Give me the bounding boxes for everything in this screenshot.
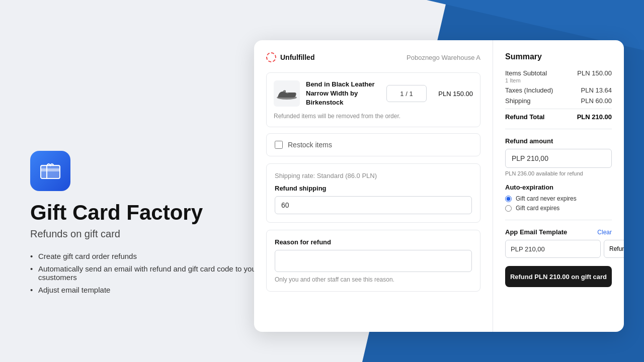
summary-total-row: Refund Total PLN 210.00	[505, 109, 612, 121]
card-left-section: Unfulfilled Poboznego Warehouse A Bend i…	[254, 40, 493, 332]
product-row: Bend in Black Leather Narrow Width by Bi…	[274, 80, 473, 108]
feature-item-3: Adjust email template	[30, 286, 262, 294]
summary-shipping-row: Shipping PLN 60.00	[505, 97, 612, 105]
email-template-row: Refund ▲▼	[505, 240, 612, 258]
items-subtotal-label: Items Subtotal	[505, 69, 547, 77]
clear-link[interactable]: Clear	[597, 229, 612, 236]
taxes-label: Taxes (Included)	[505, 86, 553, 94]
auto-expiration-label: Auto-expiration	[505, 184, 612, 191]
items-count: 1 Item	[505, 77, 547, 83]
template-dropdown[interactable]: Refund ▲▼	[604, 240, 624, 258]
never-expires-radio-row: Gift card never expires	[505, 195, 612, 202]
app-title: Gift Card Factory	[30, 201, 262, 224]
shipping-rate-label: Shipping rate: Standard (86.0 PLN)	[275, 172, 472, 179]
expires-radio[interactable]	[505, 205, 512, 212]
app-email-label: App Email Template	[505, 228, 567, 236]
summary-items-subtotal-row: Items Subtotal 1 Item PLN 150.00	[505, 69, 612, 83]
refund-amount-label: Refund amount	[505, 137, 612, 145]
items-subtotal-label-group: Items Subtotal 1 Item	[505, 69, 547, 83]
svg-rect-0	[41, 165, 60, 178]
summary-taxes-row: Taxes (Included) PLN 13.64	[505, 86, 612, 94]
never-expires-radio[interactable]	[505, 196, 512, 202]
gift-card-icon	[39, 159, 62, 183]
restock-section: Restock items	[266, 133, 480, 156]
restock-checkbox-row: Restock items	[275, 141, 472, 149]
product-details: Bend in Black Leather Narrow Width by Bi…	[306, 80, 380, 108]
shipping-summary-label: Shipping	[505, 97, 531, 105]
product-image	[274, 80, 300, 107]
app-subtitle: Refunds on gift card	[30, 228, 262, 240]
shipping-summary-value: PLN 60.00	[581, 97, 612, 105]
summary-title: Summary	[505, 52, 612, 61]
svg-rect-1	[41, 168, 60, 171]
restock-checkbox[interactable]	[275, 141, 283, 149]
available-for-refund-text: PLN 236.00 available for refund	[505, 170, 612, 176]
app-icon	[30, 151, 70, 191]
expires-label: Gift card expires	[516, 205, 559, 212]
app-email-header: App Email Template Clear	[505, 228, 612, 236]
fulfillment-badge: Unfulfilled	[266, 52, 314, 62]
feature-item-2: Automatically send an email with refund …	[30, 264, 262, 282]
product-price: PLN 150.00	[433, 90, 473, 98]
items-subtotal-value: PLN 150.00	[577, 69, 612, 77]
main-card: Unfulfilled Poboznego Warehouse A Bend i…	[254, 40, 624, 332]
unfulfilled-icon	[266, 52, 276, 62]
refund-amount-input[interactable]	[505, 149, 612, 168]
reason-note: Only you and other staff can see this re…	[275, 276, 472, 283]
product-name: Bend in Black Leather Narrow Width by Bi…	[306, 80, 380, 108]
reason-section: Reason for refund Only you and other sta…	[266, 230, 480, 292]
summary-divider	[505, 129, 612, 129]
feature-item-1: Create gift card order refunds	[30, 252, 262, 260]
fulfillment-status: Unfulfilled	[280, 53, 314, 61]
expires-radio-row: Gift card expires	[505, 205, 612, 212]
quantity-input[interactable]	[386, 85, 427, 102]
email-template-input[interactable]	[505, 240, 601, 258]
refund-button[interactable]: Refund PLN 210.00 on gift card	[505, 266, 612, 287]
left-panel: Gift Card Factory Refunds on gift card C…	[30, 151, 262, 294]
restock-label: Restock items	[288, 141, 332, 149]
refund-total-label: Refund Total	[505, 113, 544, 121]
warehouse-label: Poboznego Warehouse A	[407, 54, 480, 61]
template-dropdown-label: Refund	[609, 245, 624, 252]
never-expires-label: Gift card never expires	[516, 195, 577, 202]
reason-label: Reason for refund	[275, 238, 472, 246]
taxes-value: PLN 13.64	[581, 86, 612, 94]
shipping-section: Shipping rate: Standard (86.0 PLN) Refun…	[266, 163, 480, 223]
email-divider	[505, 220, 612, 220]
refunded-note: Refunded items will be removed from the …	[274, 113, 473, 120]
refund-shipping-label: Refund shipping	[275, 185, 472, 192]
shipping-input[interactable]	[275, 196, 472, 214]
product-section: Bend in Black Leather Narrow Width by Bi…	[266, 72, 480, 127]
feature-list: Create gift card order refunds Automatic…	[30, 252, 262, 294]
card-right-section: Summary Items Subtotal 1 Item PLN 150.00…	[493, 40, 624, 332]
reason-input[interactable]	[275, 250, 472, 272]
fulfillment-header: Unfulfilled Poboznego Warehouse A	[266, 52, 480, 62]
shoe-image	[276, 86, 298, 101]
refund-total-value: PLN 210.00	[577, 113, 612, 121]
